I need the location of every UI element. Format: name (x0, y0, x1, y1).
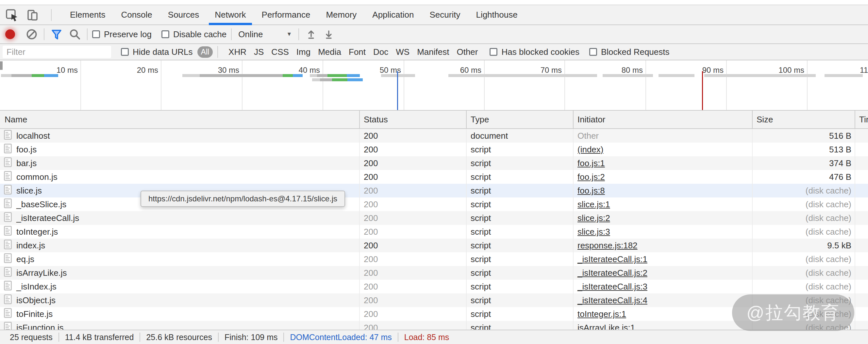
initiator-link[interactable]: _isIterateeCall.js:3 (578, 282, 647, 292)
record-button[interactable] (5, 29, 15, 39)
table-row[interactable]: _isIterateeCall.js200scriptslice.js:2(di… (0, 211, 868, 225)
clear-icon[interactable] (24, 27, 39, 42)
filter-type-media[interactable]: Media (318, 47, 341, 57)
search-icon[interactable] (67, 27, 82, 42)
disable-cache-checkbox[interactable] (161, 30, 169, 38)
request-name-cell[interactable]: bar.js (0, 156, 360, 170)
filter-type-js[interactable]: JS (254, 47, 264, 57)
time-cell (855, 225, 868, 239)
has-blocked-cookies-checkbox[interactable] (490, 48, 497, 56)
initiator-link[interactable]: slice.js:3 (578, 227, 610, 237)
filter-icon[interactable] (49, 27, 64, 42)
table-row[interactable]: localhost200documentOther516 B (0, 129, 868, 143)
tab-memory[interactable]: Memory (318, 5, 364, 25)
overview-timeline[interactable]: 10 ms20 ms30 ms40 ms50 ms60 ms70 ms80 ms… (0, 60, 868, 111)
script-file-icon (4, 212, 12, 224)
filter-input[interactable] (3, 46, 111, 58)
request-name-cell[interactable]: foo.js (0, 143, 360, 156)
table-row[interactable]: slice.js200scriptfoo.js:8(disk cache) (0, 184, 868, 198)
request-name: bar.js (16, 158, 37, 168)
initiator-link[interactable]: _isIterateeCall.js:4 (578, 296, 647, 306)
initiator-link[interactable]: _isIterateeCall.js:2 (578, 268, 647, 278)
filter-type-xhr[interactable]: XHR (228, 47, 246, 57)
type-cell: script (467, 211, 574, 225)
column-header-time[interactable]: Time (855, 111, 868, 128)
script-file-icon (4, 226, 12, 238)
filter-type-other[interactable]: Other (457, 47, 478, 57)
tab-security[interactable]: Security (422, 5, 468, 25)
request-name-cell[interactable]: toFinite.js (0, 307, 360, 321)
preserve-log-checkbox[interactable] (92, 30, 100, 38)
initiator-link[interactable]: slice.js:2 (578, 213, 610, 223)
tab-sources[interactable]: Sources (160, 5, 207, 25)
table-row[interactable]: _baseSlice.js200scriptslice.js:1(disk ca… (0, 198, 868, 211)
import-har-icon[interactable] (304, 27, 319, 42)
table-row[interactable]: index.js200scriptresponse.js:1829.5 kB (0, 239, 868, 252)
filter-type-all[interactable]: All (197, 46, 213, 58)
table-row[interactable]: bar.js200scriptfoo.js:1374 B (0, 156, 868, 170)
filter-type-ws[interactable]: WS (396, 47, 409, 57)
column-header-size[interactable]: Size (753, 111, 855, 128)
request-name-cell[interactable]: isArrayLike.js (0, 266, 360, 280)
initiator-link[interactable]: isArrayLike.js:1 (578, 323, 635, 330)
preserve-log-toggle[interactable]: Preserve log (92, 29, 152, 39)
tab-elements[interactable]: Elements (62, 5, 113, 25)
tab-network[interactable]: Network (207, 5, 254, 25)
request-name-cell[interactable]: index.js (0, 239, 360, 252)
filter-type-manifest[interactable]: Manifest (417, 47, 449, 57)
initiator-link[interactable]: _isIterateeCall.js:1 (578, 254, 647, 264)
request-name-cell[interactable]: eq.js (0, 252, 360, 266)
table-row[interactable]: eq.js200script_isIterateeCall.js:1(disk … (0, 252, 868, 266)
column-header-type[interactable]: Type (467, 111, 574, 128)
column-header-status[interactable]: Status (360, 111, 467, 128)
column-header-name[interactable]: Name (0, 111, 360, 128)
waterfall-bar-segment (293, 74, 303, 77)
device-toolbar-icon[interactable] (26, 7, 40, 23)
request-name-cell[interactable]: toInteger.js (0, 225, 360, 239)
time-cell (855, 129, 868, 143)
inspect-element-icon[interactable] (5, 7, 20, 23)
filter-type-doc[interactable]: Doc (373, 47, 388, 57)
disable-cache-toggle[interactable]: Disable cache (161, 29, 226, 39)
initiator-link[interactable]: foo.js:2 (578, 172, 605, 182)
filter-type-css[interactable]: CSS (271, 47, 288, 57)
request-name-cell[interactable]: _isIterateeCall.js (0, 211, 360, 225)
initiator-link[interactable]: response.js:182 (578, 241, 638, 251)
status-cell: 200 (360, 211, 467, 225)
request-name-cell[interactable]: isFunction.js (0, 321, 360, 330)
column-header-initiator[interactable]: Initiator (574, 111, 753, 128)
table-row[interactable]: isArrayLike.js200script_isIterateeCall.j… (0, 266, 868, 280)
timeline-tick-label: 110 ms (846, 66, 868, 75)
filter-type-img[interactable]: Img (297, 47, 310, 57)
status-cell: 200 (360, 156, 467, 170)
tab-performance[interactable]: Performance (254, 5, 318, 25)
tab-lighthouse[interactable]: Lighthouse (468, 5, 525, 25)
filter-type-font[interactable]: Font (349, 47, 366, 57)
table-row[interactable]: common.js200scriptfoo.js:2476 B (0, 170, 868, 184)
initiator-link[interactable]: foo.js:8 (578, 186, 605, 196)
blocked-requests-label: Blocked Requests (601, 47, 670, 57)
initiator-link[interactable]: toInteger.js:1 (578, 309, 626, 319)
request-name-cell[interactable]: _isIndex.js (0, 280, 360, 294)
table-row[interactable]: _isIndex.js200script_isIterateeCall.js:3… (0, 280, 868, 294)
table-row[interactable]: foo.js200script(index)513 B (0, 143, 868, 156)
request-name-cell[interactable]: common.js (0, 170, 360, 184)
timeline-tick-label: 60 ms (442, 66, 482, 75)
hide-data-urls-checkbox[interactable] (121, 48, 129, 56)
hide-data-urls-toggle[interactable]: Hide data URLs (121, 47, 193, 57)
table-row[interactable]: toInteger.js200scriptslice.js:3(disk cac… (0, 225, 868, 239)
tab-application[interactable]: Application (364, 5, 422, 25)
throttling-select[interactable]: Online ▼ (236, 29, 294, 39)
blocked-requests-checkbox[interactable] (589, 48, 597, 56)
status-cell: 200 (360, 239, 467, 252)
initiator-link[interactable]: foo.js:1 (578, 158, 605, 168)
request-name-cell[interactable]: isObject.js (0, 294, 360, 307)
time-cell (855, 211, 868, 225)
export-har-icon[interactable] (321, 27, 336, 42)
initiator-link[interactable]: slice.js:1 (578, 199, 610, 210)
has-blocked-cookies-toggle[interactable]: Has blocked cookies (490, 47, 579, 57)
request-name-cell[interactable]: localhost (0, 129, 360, 143)
initiator-link[interactable]: (index) (578, 145, 603, 155)
tab-console[interactable]: Console (113, 5, 160, 25)
blocked-requests-toggle[interactable]: Blocked Requests (589, 47, 670, 57)
